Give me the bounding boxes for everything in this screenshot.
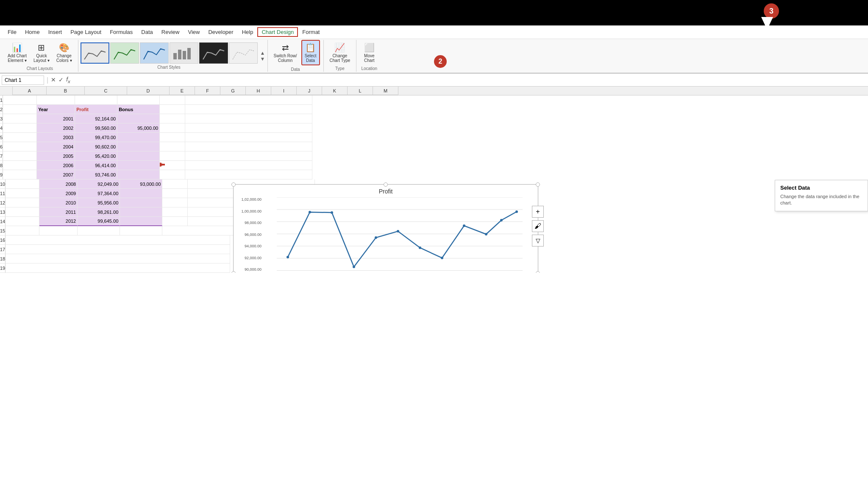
cell-b15[interactable] — [39, 226, 78, 235]
menu-help[interactable]: Help — [238, 27, 258, 37]
menu-review[interactable]: Review — [157, 27, 184, 37]
cell-a1[interactable] — [3, 95, 37, 105]
cell-b1[interactable] — [37, 95, 75, 105]
cancel-icon[interactable]: ✕ — [51, 76, 56, 83]
scroll-up-arrow[interactable]: ▲ — [260, 50, 266, 56]
cell-e14[interactable] — [162, 217, 188, 226]
cell-a13[interactable] — [6, 207, 39, 217]
cell-b14[interactable]: 2012 — [39, 217, 78, 226]
change-chart-type-button[interactable]: 📈 ChangeChart Type — [327, 41, 353, 64]
cell-a5[interactable] — [3, 133, 37, 142]
cell-a9[interactable] — [3, 170, 37, 179]
cell-f3[interactable] — [185, 114, 312, 123]
chart-style-2[interactable] — [110, 42, 139, 64]
add-chart-element-button[interactable]: 📊 Add ChartElement ▾ — [5, 41, 29, 64]
cell-a3[interactable] — [3, 114, 37, 123]
cell-row16[interactable] — [6, 235, 230, 245]
select-data-button[interactable]: 📋 SelectData — [301, 40, 320, 65]
change-colors-button[interactable]: 🎨 ChangeColors ▾ — [54, 41, 75, 64]
cell-b8[interactable]: 2006 — [37, 161, 75, 170]
cell-f1[interactable] — [185, 95, 312, 105]
cell-row17[interactable] — [6, 245, 230, 254]
cell-d11[interactable] — [120, 189, 162, 198]
cell-b3[interactable]: 2001 — [37, 114, 75, 123]
cell-f7[interactable] — [185, 151, 312, 161]
menu-insert[interactable]: Insert — [44, 27, 67, 37]
cell-b9[interactable]: 2007 — [37, 170, 75, 179]
cell-c4[interactable]: 99,560.00 — [75, 123, 117, 133]
cell-c8[interactable]: 96,414.00 — [75, 161, 117, 170]
menu-chart-design[interactable]: Chart Design — [257, 27, 298, 37]
chart-style-3[interactable] — [140, 42, 169, 64]
cell-e10[interactable] — [162, 179, 188, 189]
cell-b11[interactable]: 2009 — [39, 189, 78, 198]
cell-a4[interactable] — [3, 123, 37, 133]
cell-d10[interactable]: 93,000.00 — [120, 179, 162, 189]
cell-row19[interactable] — [6, 263, 230, 273]
cell-e11[interactable] — [162, 189, 188, 198]
chart-handle-mr[interactable] — [536, 271, 540, 273]
cell-a11[interactable] — [6, 189, 39, 198]
cell-a15[interactable] — [6, 226, 39, 235]
cell-c7[interactable]: 95,420.00 — [75, 151, 117, 161]
cell-f6[interactable] — [185, 142, 312, 151]
cell-e7[interactable] — [160, 151, 185, 161]
cell-c3[interactable]: 92,164.00 — [75, 114, 117, 123]
menu-developer[interactable]: Developer — [204, 27, 237, 37]
cell-d12[interactable] — [120, 198, 162, 207]
cell-d13[interactable] — [120, 207, 162, 217]
cell-d1[interactable] — [117, 95, 160, 105]
cell-d2[interactable]: Bonus — [117, 105, 160, 114]
cell-f5[interactable] — [185, 133, 312, 142]
cell-c13[interactable]: 98,261.00 — [78, 207, 120, 217]
cell-d8[interactable] — [117, 161, 160, 170]
cell-c15[interactable] — [78, 226, 120, 235]
cell-e2[interactable] — [160, 105, 185, 114]
chart-style-5[interactable] — [199, 42, 228, 64]
cell-a6[interactable] — [3, 142, 37, 151]
cell-row18[interactable] — [6, 254, 230, 263]
chart-container[interactable]: + 🖌 ▽ Profit 1,02,000.00 1,00,000.00 98,… — [233, 184, 538, 273]
cell-e5[interactable] — [160, 133, 185, 142]
cell-e1[interactable] — [160, 95, 185, 105]
cell-c2[interactable]: Profit — [75, 105, 117, 114]
cell-c9[interactable]: 93,746.00 — [75, 170, 117, 179]
cell-b7[interactable]: 2005 — [37, 151, 75, 161]
cell-c11[interactable]: 97,364.00 — [78, 189, 120, 198]
scroll-down-arrow[interactable]: ▼ — [260, 56, 266, 62]
cell-d4[interactable]: 95,000.00 — [117, 123, 160, 133]
cell-c5[interactable]: 99,470.00 — [75, 133, 117, 142]
chart-handle-tl[interactable] — [231, 182, 236, 187]
cell-e4[interactable] — [160, 123, 185, 133]
cell-b4[interactable]: 2002 — [37, 123, 75, 133]
cell-e12[interactable] — [162, 198, 188, 207]
cell-c1[interactable] — [75, 95, 117, 105]
cell-d7[interactable] — [117, 151, 160, 161]
chart-handle-ml[interactable] — [231, 271, 236, 273]
cell-d9[interactable] — [117, 170, 160, 179]
cell-f8[interactable] — [185, 161, 312, 170]
move-chart-button[interactable]: ⬜ MoveChart — [360, 41, 378, 64]
chart-style-6[interactable] — [229, 42, 258, 64]
cell-a7[interactable] — [3, 151, 37, 161]
cell-d6[interactable] — [117, 142, 160, 151]
cell-c14[interactable]: 99,645.00 — [78, 217, 120, 226]
menu-home[interactable]: Home — [21, 27, 44, 37]
cell-d3[interactable] — [117, 114, 160, 123]
menu-data[interactable]: Data — [137, 27, 157, 37]
chart-handle-tr[interactable] — [536, 182, 540, 187]
cell-d5[interactable] — [117, 133, 160, 142]
cell-f2[interactable] — [185, 105, 312, 114]
confirm-icon[interactable]: ✓ — [58, 76, 64, 83]
cell-d14[interactable] — [120, 217, 162, 226]
cell-c12[interactable]: 95,956.00 — [78, 198, 120, 207]
cell-a14[interactable] — [6, 217, 39, 226]
cell-e6[interactable] — [160, 142, 185, 151]
formula-input[interactable] — [72, 76, 866, 84]
cell-a10[interactable] — [6, 179, 39, 189]
cell-b12[interactable]: 2010 — [39, 198, 78, 207]
cell-c10[interactable]: 92,049.00 — [78, 179, 120, 189]
function-icon[interactable]: fx — [66, 76, 70, 84]
menu-formulas[interactable]: Formulas — [106, 27, 137, 37]
cell-b2[interactable]: Year — [37, 105, 75, 114]
